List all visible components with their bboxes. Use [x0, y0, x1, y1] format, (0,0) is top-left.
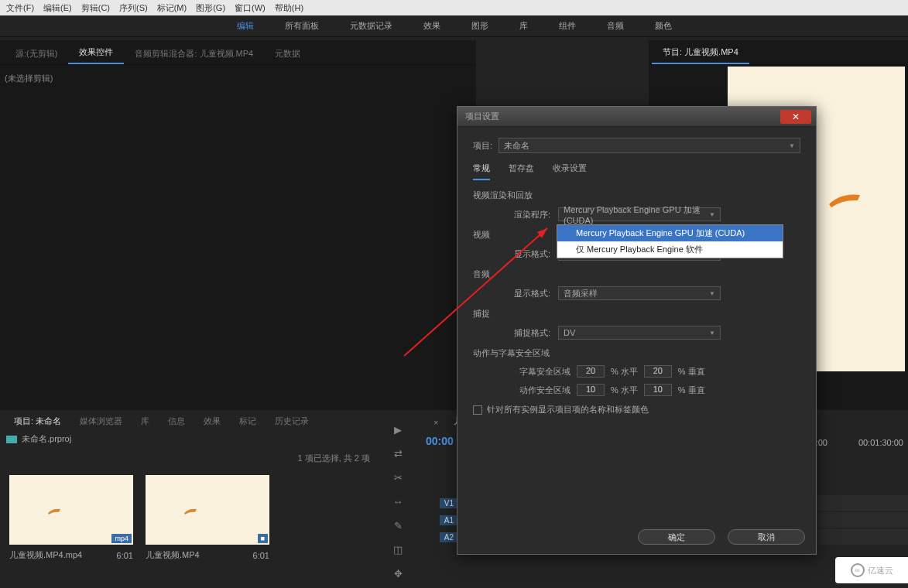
tab-metadata[interactable]: 元数据 — [264, 43, 311, 64]
project-filename: 未命名.prproj — [22, 433, 71, 445]
menu-edit[interactable]: 编辑(E) — [39, 2, 77, 14]
watermark-logo-icon: ∞ — [851, 563, 865, 577]
project-icon — [6, 436, 17, 443]
menu-clip[interactable]: 剪辑(C) — [77, 2, 115, 14]
dialog-tabs: 常规 暂存盘 收录设置 — [473, 162, 800, 180]
tab-ingest[interactable]: 收录设置 — [553, 162, 587, 180]
tab-effect-controls[interactable]: 效果控件 — [68, 42, 124, 64]
workspace-metadata[interactable]: 元数据记录 — [350, 20, 392, 32]
menu-graphic[interactable]: 图形(G) — [191, 2, 230, 14]
show-names-checkbox[interactable] — [473, 405, 482, 415]
workspace-color[interactable]: 颜色 — [655, 20, 672, 32]
audio-format-select[interactable]: 音频采样▼ — [558, 286, 721, 300]
tab-source[interactable]: 源:(无剪辑) — [5, 43, 68, 64]
tab-markers[interactable]: 标记 — [230, 412, 266, 430]
workspace-toolbar: 编辑 所有面板 元数据记录 效果 图形 库 组件 音频 颜色 — [0, 15, 908, 37]
subtitle-safe-label: 字幕安全区域 — [504, 366, 570, 378]
show-names-label: 针对所有实例显示项目项的名称和标签颜色 — [487, 404, 649, 415]
renderer-select[interactable]: Mercury Playback Engine GPU 加速 (CUDA)▼ — [558, 207, 721, 221]
clip-thumbnail: ■ — [146, 475, 269, 545]
tab-scratch-disks[interactable]: 暂存盘 — [509, 162, 534, 180]
workspace-effects[interactable]: 效果 — [423, 20, 440, 32]
dialog-close-button[interactable]: ✕ — [780, 110, 811, 124]
subtitle-h-input[interactable]: 20 — [577, 365, 605, 378]
capture-format-select[interactable]: DV▼ — [558, 326, 721, 340]
tab-project[interactable]: 项目: 未命名 — [5, 412, 70, 430]
action-h-input[interactable]: 10 — [577, 384, 605, 396]
tab-libraries[interactable]: 库 — [132, 412, 159, 430]
track-label[interactable]: A2 — [440, 532, 458, 542]
tool-slip[interactable]: ↔ — [393, 496, 403, 508]
clip-badge: ■ — [258, 534, 268, 543]
renderer-option-software[interactable]: 仅 Mercury Playback Engine 软件 — [557, 241, 783, 258]
cancel-button[interactable]: 取消 — [728, 529, 805, 545]
menu-window[interactable]: 窗口(W) — [230, 2, 270, 14]
tool-hand[interactable]: ✥ — [394, 568, 403, 579]
clip-duration: 6:01 — [117, 551, 133, 560]
capture-format-label: 捕捉格式: — [504, 327, 550, 339]
tab-effects-panel[interactable]: 效果 — [194, 412, 230, 430]
chevron-down-icon: ▼ — [709, 330, 715, 337]
clip-name: 儿童视频.MP4 — [146, 549, 200, 561]
tool-selection[interactable]: ▶ — [394, 424, 402, 436]
project-tabs: 项目: 未命名 媒体浏览器 库 信息 效果 标记 历史记录 — [0, 410, 379, 430]
project-settings-dialog: 项目设置 ✕ 项目: 未命名▼ 常规 暂存盘 收录设置 视频渲染和回放 渲染程序… — [457, 106, 817, 555]
no-clip-label: (未选择剪辑) — [0, 65, 476, 92]
chevron-down-icon: ▼ — [709, 290, 715, 297]
clip-badge: mp4 — [111, 534, 132, 543]
workspace-graphics[interactable]: 图形 — [471, 20, 488, 32]
workspace-edit[interactable]: 编辑 — [237, 20, 254, 32]
watermark: ∞ 亿速云 — [835, 557, 908, 583]
section-render: 视频渲染和回放 — [473, 190, 800, 201]
subtitle-v-input[interactable]: 20 — [644, 365, 672, 378]
section-audio: 音频 — [473, 268, 800, 280]
project-select[interactable]: 未命名▼ — [499, 138, 800, 153]
menu-mark[interactable]: 标记(M) — [152, 2, 192, 14]
tool-razor[interactable]: ✂ — [394, 472, 403, 484]
project-panel: 项目: 未命名 媒体浏览器 库 信息 效果 标记 历史记录 未命名.prproj… — [0, 410, 379, 588]
workspace-libraries[interactable]: 库 — [519, 20, 528, 32]
tab-media-browser[interactable]: 媒体浏览器 — [70, 412, 132, 430]
renderer-dropdown: Mercury Playback Engine GPU 加速 (CUDA) 仅 … — [557, 224, 783, 258]
action-v-input[interactable]: 10 — [644, 384, 672, 396]
source-tabs: 源:(无剪辑) 效果控件 音频剪辑混合器: 儿童视频.MP4 元数据 — [0, 40, 476, 65]
tool-rectangle[interactable]: ◫ — [393, 544, 403, 556]
track-label[interactable]: A1 — [440, 515, 458, 525]
menu-file[interactable]: 文件(F) — [2, 2, 39, 14]
renderer-option-gpu[interactable]: Mercury Playback Engine GPU 加速 (CUDA) — [557, 225, 783, 241]
tab-history[interactable]: 历史记录 — [266, 412, 318, 430]
clip-duration: 6:01 — [253, 551, 269, 560]
workspace-all[interactable]: 所有面板 — [285, 20, 319, 32]
audio-format-label: 显示格式: — [504, 288, 550, 299]
tools-panel: ▶ ⇄ ✂ ↔ ✎ ◫ ✥ ⊞ T — [382, 410, 413, 588]
workspace-audio[interactable]: 音频 — [607, 20, 624, 32]
tab-program[interactable]: 节目: 儿童视频.MP4 — [652, 42, 749, 64]
dialog-titlebar[interactable]: 项目设置 ✕ — [457, 107, 816, 127]
tool-pen[interactable]: ✎ — [394, 520, 403, 532]
clip-name: 儿童视频.MP4.mp4 — [9, 549, 82, 561]
menubar: 文件(F) 编辑(E) 剪辑(C) 序列(S) 标记(M) 图形(G) 窗口(W… — [0, 0, 908, 15]
menu-sequence[interactable]: 序列(S) — [115, 2, 152, 14]
workspace-assembly[interactable]: 组件 — [559, 20, 576, 32]
project-selection-info: 1 项已选择, 共 2 项 — [0, 448, 379, 469]
tool-track-select[interactable]: ⇄ — [394, 448, 403, 460]
tab-general[interactable]: 常规 — [473, 162, 490, 180]
chevron-down-icon: ▼ — [709, 211, 715, 218]
timeline-close-icon[interactable]: × — [426, 415, 446, 430]
clip-thumbnail: mp4 — [9, 475, 133, 545]
section-safe-areas: 动作与字幕安全区域 — [473, 347, 800, 359]
tab-audio-mixer[interactable]: 音频剪辑混合器: 儿童视频.MP4 — [124, 43, 264, 64]
watermark-text: 亿速云 — [868, 565, 893, 576]
ok-button[interactable]: 确定 — [638, 529, 715, 545]
menu-help[interactable]: 帮助(H) — [270, 2, 308, 14]
dialog-title: 项目设置 — [465, 111, 499, 122]
clip-item[interactable]: mp4 儿童视频.MP4.mp46:01 — [9, 475, 133, 561]
clip-item[interactable]: ■ 儿童视频.MP46:01 — [146, 475, 269, 561]
tab-info[interactable]: 信息 — [159, 412, 194, 430]
chevron-down-icon: ▼ — [789, 142, 795, 149]
renderer-label: 渲染程序: — [504, 209, 550, 220]
source-panel: 源:(无剪辑) 效果控件 音频剪辑混合器: 儿童视频.MP4 元数据 (未选择剪… — [0, 40, 476, 410]
action-safe-label: 动作安全区域 — [504, 385, 570, 396]
track-label[interactable]: V1 — [440, 498, 458, 508]
video-format-label: 显示格式: — [504, 248, 550, 260]
